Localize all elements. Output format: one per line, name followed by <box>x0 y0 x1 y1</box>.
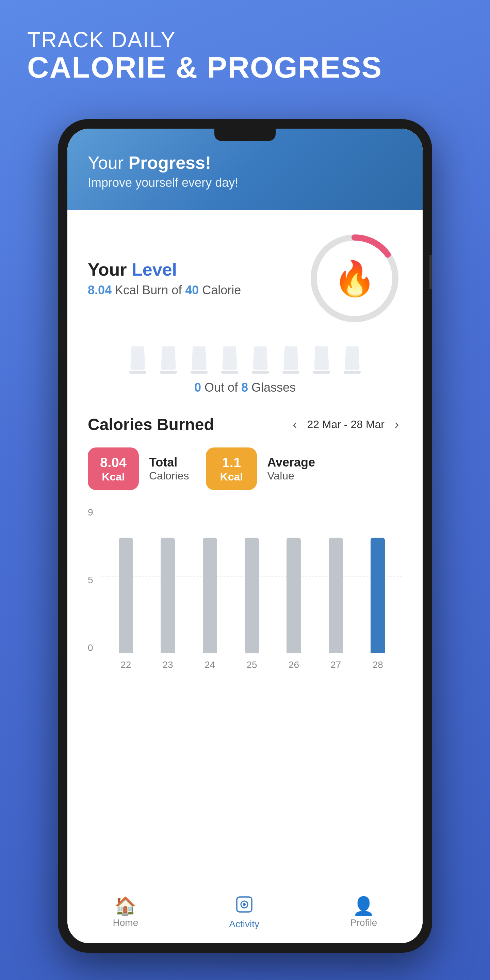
progress-subtitle: Improve yourself every day! <box>88 176 402 190</box>
date-prev-button[interactable]: ‹ <box>289 416 300 434</box>
avg-value: 1.1 <box>215 454 247 471</box>
bar-col-25 <box>245 538 259 653</box>
y-label-9: 9 <box>88 507 93 518</box>
bar-col-28 <box>371 538 385 653</box>
side-button <box>430 255 432 289</box>
progress-your: Your <box>88 153 129 172</box>
level-info: Your Level 8.04 Kcal Burn of 40 Calorie <box>88 259 241 298</box>
kcal-value: 8.04 <box>88 283 111 297</box>
total-unit: Kcal <box>97 471 129 483</box>
nav-home[interactable]: 🏠 Home <box>113 897 138 928</box>
bar-28 <box>371 538 385 653</box>
bar-col-26 <box>286 538 301 653</box>
total-value: 8.04 <box>97 454 129 471</box>
kcal-goal: 40 <box>185 283 199 297</box>
x-label-22: 22 <box>121 659 131 670</box>
calories-title: Calories Burned <box>88 415 214 434</box>
water-current: 0 <box>194 380 201 395</box>
nav-home-label: Home <box>113 917 138 928</box>
svg-point-4 <box>243 903 246 906</box>
camera-notch <box>215 129 275 141</box>
bars-container <box>102 507 402 653</box>
phone-screen: Your Progress! Improve yourself every da… <box>67 129 423 943</box>
kcal-info: 8.04 Kcal Burn of 40 Calorie <box>88 283 241 298</box>
x-label-26: 26 <box>288 659 299 670</box>
date-next-button[interactable]: › <box>391 416 402 434</box>
avg-badge: 1.1 Kcal <box>206 447 257 490</box>
bar-23 <box>161 538 175 653</box>
glass-6 <box>281 347 301 374</box>
bar-col-23 <box>161 538 175 653</box>
phone-frame: Your Progress! Improve yourself every da… <box>58 119 432 953</box>
x-label-24: 24 <box>205 659 215 670</box>
glass-8 <box>342 347 363 374</box>
glass-2 <box>158 347 179 374</box>
nav-activity[interactable]: Activity <box>229 896 259 930</box>
profile-icon: 👤 <box>353 897 375 915</box>
circle-progress: 🔥 <box>307 231 402 326</box>
home-icon: 🏠 <box>115 897 137 915</box>
glass-4 <box>220 347 240 374</box>
bottom-nav: 🏠 Home Activity 👤 Profile <box>67 886 423 943</box>
bar-26 <box>286 538 301 653</box>
main-content: Your Level 8.04 Kcal Burn of 40 Calorie … <box>67 210 423 886</box>
avg-label: Average Value <box>267 455 315 482</box>
total-badge: 8.04 Kcal <box>88 447 139 490</box>
total-stat-card: 8.04 Kcal Total Calories <box>88 447 189 490</box>
activity-icon <box>235 896 253 916</box>
x-label-23: 23 <box>163 659 173 670</box>
nav-profile[interactable]: 👤 Profile <box>350 897 377 928</box>
calories-section: Calories Burned ‹ 22 Mar - 28 Mar › 8.04 <box>88 415 402 670</box>
water-section: 0 Out of 8 Glasses <box>88 347 402 395</box>
progress-bold: Progress! <box>129 153 211 172</box>
glass-3 <box>189 347 209 374</box>
total-label: Total Calories <box>149 455 189 482</box>
nav-activity-label: Activity <box>229 919 259 930</box>
glass-7 <box>311 347 332 374</box>
water-total: 8 <box>241 380 248 395</box>
progress-header: Your Progress! Improve yourself every da… <box>67 129 423 210</box>
avg-unit: Kcal <box>215 471 247 483</box>
bar-chart: 9 5 0 <box>88 507 402 670</box>
avg-stat-card: 1.1 Kcal Average Value <box>206 447 315 490</box>
bar-24 <box>203 538 217 653</box>
y-label-5: 5 <box>88 575 93 585</box>
bar-25 <box>245 538 259 653</box>
x-label-28: 28 <box>372 659 383 670</box>
bar-22 <box>119 538 133 653</box>
glass-1 <box>127 347 148 374</box>
glasses-row <box>127 347 363 374</box>
glass-5 <box>250 347 270 374</box>
flame-icon: 🔥 <box>334 261 376 295</box>
nav-profile-label: Profile <box>350 917 377 928</box>
header: TRACK DAILY CALORIE & PROGRESS <box>27 27 382 82</box>
chart-area <box>102 507 402 653</box>
bar-27 <box>329 538 343 653</box>
bar-col-22 <box>119 538 133 653</box>
app-content: Your Progress! Improve yourself every da… <box>67 129 423 943</box>
stats-row: 8.04 Kcal Total Calories 1.1 Kcal <box>88 447 402 490</box>
x-label-25: 25 <box>247 659 257 670</box>
water-count-text: 0 Out of 8 Glasses <box>194 380 296 395</box>
header-title: CALORIE & PROGRESS <box>27 52 382 82</box>
y-axis-labels: 9 5 0 <box>88 507 97 653</box>
x-axis-labels: 22 23 24 25 26 27 28 <box>102 659 402 670</box>
header-subtitle: TRACK DAILY <box>27 27 382 52</box>
bar-col-27 <box>329 538 343 653</box>
level-section: Your Level 8.04 Kcal Burn of 40 Calorie … <box>88 231 402 326</box>
level-label: Your Level <box>88 259 241 280</box>
calories-header: Calories Burned ‹ 22 Mar - 28 Mar › <box>88 415 402 434</box>
x-label-27: 27 <box>331 659 341 670</box>
date-nav[interactable]: ‹ 22 Mar - 28 Mar › <box>289 416 402 434</box>
y-label-0: 0 <box>88 643 93 653</box>
date-range: 22 Mar - 28 Mar <box>307 418 385 431</box>
bar-col-24 <box>203 538 217 653</box>
